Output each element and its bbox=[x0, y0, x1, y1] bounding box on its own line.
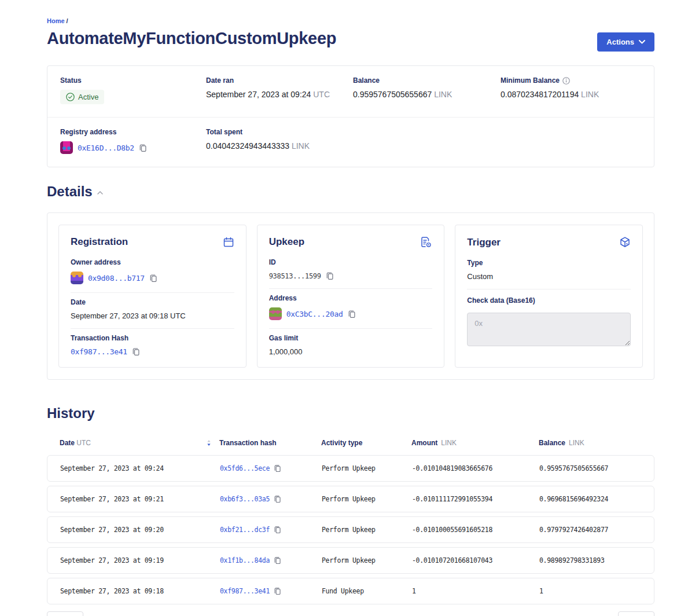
upkeep-id-field: ID 938513...1599 bbox=[269, 258, 433, 288]
history-heading: History bbox=[47, 405, 654, 421]
min-balance-label: Minimum Balance bbox=[501, 76, 560, 85]
actions-button[interactable]: Actions bbox=[597, 32, 654, 52]
identicon-avatar bbox=[71, 272, 83, 284]
balance-field: Balance 0.9595767505655667 LINK bbox=[353, 76, 501, 104]
table-row: September 27, 2023 at 09:18 0xf987...3e4… bbox=[47, 578, 654, 604]
total-spent-label: Total spent bbox=[206, 128, 353, 136]
date-ran-label: Date ran bbox=[206, 76, 353, 85]
table-row: September 27, 2023 at 09:20 0xbf21...dc3… bbox=[47, 516, 654, 543]
row-activity-type: Fund Upkeep bbox=[322, 587, 412, 595]
registry-address-link[interactable]: 0xE16D...D8b2 bbox=[78, 144, 134, 152]
registration-title: Registration bbox=[71, 236, 128, 248]
check-data-field: Check data (Base16) bbox=[467, 289, 631, 349]
row-amount: 1 bbox=[412, 587, 539, 595]
transaction-hash-link[interactable]: 0xf987...3e41 bbox=[71, 347, 127, 356]
sort-icon[interactable] bbox=[207, 439, 211, 446]
upkeep-title: Upkeep bbox=[269, 236, 304, 248]
check-circle-icon bbox=[66, 93, 75, 101]
balance-column-label: Balance bbox=[539, 439, 565, 447]
next-button[interactable]: Next bbox=[618, 611, 654, 616]
row-amount: -0.010107201668107043 bbox=[412, 556, 539, 564]
column-header-activity[interactable]: Activity type bbox=[321, 439, 411, 447]
copy-icon[interactable] bbox=[348, 310, 356, 318]
breadcrumb-separator: / bbox=[67, 17, 68, 24]
trigger-card: Trigger Type Custom Check data (Base16) bbox=[455, 225, 643, 368]
copy-icon[interactable] bbox=[132, 347, 140, 356]
owner-address-field: Owner address 0x9d08...b717 bbox=[71, 258, 234, 292]
upkeep-address-label: Address bbox=[269, 294, 433, 302]
identicon-avatar bbox=[60, 141, 73, 154]
identicon-avatar bbox=[269, 307, 282, 320]
column-header-tx-hash[interactable]: Transaction hash bbox=[219, 439, 321, 447]
row-amount: -0.010104819083665676 bbox=[412, 464, 539, 472]
copy-icon[interactable] bbox=[274, 464, 281, 472]
date-ran-value: September 27, 2023 at 09:24 bbox=[206, 90, 311, 99]
column-header-balance[interactable]: BalanceLINK bbox=[539, 439, 642, 447]
upkeep-address-field: Address 0xC3bC...20ad bbox=[269, 288, 433, 328]
row-tx-hash-link[interactable]: 0xb6f3...03a5 bbox=[220, 495, 270, 503]
history-table-body: September 27, 2023 at 09:24 0x5fd6...5ec… bbox=[47, 455, 654, 604]
copy-icon[interactable] bbox=[326, 272, 334, 280]
row-amount: -0.010111172991055394 bbox=[412, 495, 539, 503]
info-icon[interactable] bbox=[562, 77, 570, 85]
chevron-down-icon bbox=[639, 40, 645, 44]
copy-icon[interactable] bbox=[274, 587, 281, 595]
table-row: September 27, 2023 at 09:21 0xb6f3...03a… bbox=[47, 486, 654, 512]
copy-icon[interactable] bbox=[274, 556, 281, 564]
trigger-type-label: Type bbox=[467, 259, 631, 267]
row-activity-type: Perform Upkeep bbox=[322, 464, 412, 472]
pagination: Prev Showing 1 to 5 of 5 entries Next bbox=[47, 611, 654, 616]
trigger-type-value: Custom bbox=[467, 272, 631, 281]
actions-button-label: Actions bbox=[606, 38, 634, 46]
gas-limit-label: Gas limit bbox=[269, 334, 433, 342]
copy-icon[interactable] bbox=[139, 144, 147, 152]
copy-icon[interactable] bbox=[274, 495, 281, 503]
page-title: AutomateMyFunctionCustomUpkeep bbox=[47, 29, 336, 48]
transaction-hash-label: Transaction Hash bbox=[71, 334, 234, 342]
status-badge: Active bbox=[60, 90, 104, 104]
date-ran-field: Date ran September 27, 2023 at 09:24 UTC bbox=[206, 76, 353, 104]
owner-address-link[interactable]: 0x9d08...b717 bbox=[88, 274, 145, 283]
transaction-hash-field: Transaction Hash 0xf987...3e41 bbox=[71, 328, 234, 356]
registration-date-field: Date September 27, 2023 at 09:18 UTC bbox=[71, 292, 234, 328]
row-date: September 27, 2023 at 09:20 bbox=[60, 526, 220, 534]
cube-icon bbox=[619, 236, 631, 248]
upkeep-detail-page: Home/ AutomateMyFunctionCustomUpkeep Act… bbox=[47, 0, 654, 616]
row-tx-hash-link[interactable]: 0xf987...3e41 bbox=[220, 587, 270, 595]
balance-label: Balance bbox=[353, 76, 501, 85]
details-card: Registration Owner address 0x9d08...b717… bbox=[47, 212, 654, 380]
row-activity-type: Perform Upkeep bbox=[322, 495, 412, 503]
row-tx-hash-link[interactable]: 0xbf21...dc3f bbox=[220, 526, 270, 534]
registry-address-label: Registry address bbox=[60, 128, 206, 136]
prev-button[interactable]: Prev bbox=[47, 611, 83, 616]
row-amount: -0.010100055691605218 bbox=[412, 526, 539, 534]
row-tx-hash-link[interactable]: 0x1f1b...84da bbox=[220, 556, 270, 564]
table-row: September 27, 2023 at 09:19 0x1f1b...84d… bbox=[47, 547, 654, 574]
table-row: September 27, 2023 at 09:24 0x5fd6...5ec… bbox=[47, 455, 654, 482]
calendar-icon bbox=[223, 236, 234, 248]
summary-card: Status Active Date ran September 27, 202… bbox=[47, 65, 654, 167]
upkeep-address-link[interactable]: 0xC3bC...20ad bbox=[286, 310, 343, 318]
balance-column-suffix: LINK bbox=[569, 439, 584, 447]
row-date: September 27, 2023 at 09:19 bbox=[60, 556, 220, 564]
column-header-date[interactable]: Date UTC bbox=[60, 439, 219, 447]
upkeep-id-value: 938513...1599 bbox=[269, 272, 321, 280]
check-data-label: Check data (Base16) bbox=[467, 296, 631, 305]
registration-date-value: September 27, 2023 at 09:18 UTC bbox=[71, 311, 234, 320]
date-column-suffix: UTC bbox=[76, 439, 91, 447]
activity-column-label: Activity type bbox=[321, 439, 362, 447]
amount-column-label: Amount bbox=[411, 439, 437, 447]
collapse-caret-icon[interactable] bbox=[97, 191, 103, 195]
tx-hash-column-label: Transaction hash bbox=[219, 439, 277, 447]
row-date: September 27, 2023 at 09:24 bbox=[60, 464, 220, 472]
total-spent-field: Total spent 0.04042324943443333 LINK bbox=[206, 128, 353, 154]
min-balance-field: Minimum Balance 0.0870234817201194 LINK bbox=[501, 76, 641, 104]
history-table-header: Date UTC Transaction hash Activity type … bbox=[47, 439, 654, 447]
column-header-amount[interactable]: AmountLINK bbox=[411, 439, 539, 447]
row-date: September 27, 2023 at 09:21 bbox=[60, 495, 220, 503]
check-data-textarea[interactable] bbox=[467, 313, 631, 346]
copy-icon[interactable] bbox=[274, 526, 281, 534]
copy-icon[interactable] bbox=[149, 274, 157, 283]
row-tx-hash-link[interactable]: 0x5fd6...5ece bbox=[220, 464, 270, 472]
breadcrumb-home-link[interactable]: Home bbox=[47, 17, 65, 24]
